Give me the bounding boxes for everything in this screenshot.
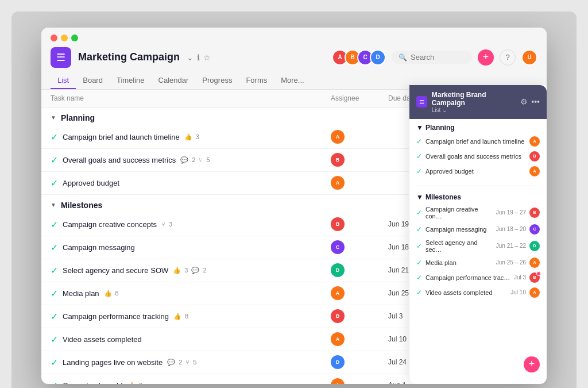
panel-divider	[416, 186, 540, 186]
panel-header: ☰ Marketing Brand Campaign List ⌄ ⚙ •••	[409, 90, 547, 119]
panel-subtitle: List ⌄	[432, 107, 516, 113]
titlebar: ☰ Marketing Campaign ⌄ ℹ ☆ A B C D 🔍	[41, 28, 547, 90]
section-arrow-planning: ▼	[51, 114, 56, 121]
check-icon: ✓	[51, 242, 58, 253]
panel-settings-icon[interactable]: ⚙	[520, 97, 528, 106]
close-button[interactable]	[51, 34, 57, 41]
panel-task-name: Campaign performance trac…	[425, 274, 510, 281]
panel-task-check: ✓	[416, 259, 422, 267]
panel-more-icon[interactable]: •••	[531, 97, 540, 106]
panel-add-button[interactable]: +	[524, 356, 540, 372]
subtask-icon: ⑂	[185, 359, 189, 366]
panel-actions: ⚙ •••	[520, 97, 540, 106]
panel-task[interactable]: ✓ Approved budget A	[416, 164, 540, 179]
task-meta: 👍3	[184, 133, 199, 141]
assignee-cell: A	[331, 176, 388, 190]
avatar: D	[370, 49, 386, 66]
task-name: ✓ Select agency and secure SOW 👍3 💬2	[51, 265, 331, 276]
panel-task[interactable]: ✓ Select agency and sec… Jun 21 – 22 D	[416, 237, 540, 255]
task-name: ✓ Approved budget	[51, 178, 331, 189]
check-icon: ✓	[51, 380, 58, 384]
assignee-avatar: A	[331, 286, 345, 300]
info-icon[interactable]: ℹ	[197, 53, 200, 62]
assignee-cell: A	[331, 286, 388, 300]
assignee-cell: B	[331, 217, 388, 231]
panel-task[interactable]: ✓ Campaign messaging Jun 18 – 20 C	[416, 222, 540, 237]
task-label: Campaign brief and launch timeline	[63, 133, 180, 141]
minimize-button[interactable]	[61, 34, 68, 41]
panel-task[interactable]: ✓ Campaign creative con… Jun 19 – 27 B	[416, 203, 540, 222]
tab-board[interactable]: Board	[76, 72, 110, 89]
section-title-milestones: Milestones	[61, 201, 102, 210]
assignee-avatar: C	[331, 240, 345, 254]
panel-task[interactable]: ✓ Overall goals and success metrics B	[416, 149, 540, 164]
search-input[interactable]	[411, 53, 465, 62]
panel-task-avatar: B	[529, 272, 540, 283]
assignee-cell: B	[331, 309, 388, 323]
add-button[interactable]: +	[478, 49, 494, 66]
panel-task-name: Media plan	[425, 259, 493, 266]
assignee-avatar: D	[331, 355, 345, 369]
subtask-icon: ⑂	[161, 221, 165, 228]
panel-section-title: ▼ Milestones	[416, 193, 540, 201]
task-meta: 👍8	[104, 290, 119, 297]
assignee-avatar: B	[331, 217, 345, 231]
section-title-planning: Planning	[61, 113, 95, 122]
app-header: ☰ Marketing Campaign ⌄ ℹ ☆ A B C D 🔍	[51, 47, 537, 68]
panel-icon: ☰	[416, 96, 427, 107]
check-icon: ✓	[51, 155, 58, 166]
tab-forms[interactable]: Forms	[239, 72, 274, 89]
assignee-cell: D	[331, 355, 388, 369]
assignee-avatar: A	[331, 332, 345, 346]
panel-section-arrow: ▼	[416, 124, 423, 132]
help-button[interactable]: ?	[500, 49, 516, 66]
task-meta: 👍3 💬2	[173, 267, 206, 274]
task-label: Video assets completed	[63, 335, 142, 344]
panel-task-name: Campaign messaging	[425, 226, 493, 233]
maximize-button[interactable]	[71, 34, 78, 41]
panel-section-arrow: ▼	[416, 193, 423, 201]
task-label: Landing pages live on website	[63, 358, 163, 367]
star-icon[interactable]: ☆	[203, 53, 211, 62]
panel-task-name: Video assets completed	[425, 289, 507, 296]
task-meta: 👍8	[127, 382, 142, 384]
panel-task[interactable]: ✓ Campaign brief and launch timeline A	[416, 134, 540, 149]
comment-icon: 💬	[167, 359, 175, 366]
task-name: ✓ Campaign performance tracking 👍8	[51, 311, 331, 322]
assignee-avatar: B	[331, 153, 345, 167]
task-name: ✓ Campaign launch! 👍8	[51, 380, 331, 384]
task-meta: 💬2 ⑂5	[180, 156, 210, 164]
dropdown-icon[interactable]: ⌄	[187, 53, 194, 62]
panel-task[interactable]: ✓ Media plan Jun 25 – 26 A	[416, 255, 540, 270]
panel-task-avatar: B	[529, 208, 540, 218]
search-icon: 🔍	[399, 53, 407, 62]
task-meta: 👍8	[173, 313, 188, 320]
task-meta: 💬2 ⑂5	[167, 359, 196, 366]
check-icon: ✓	[51, 311, 58, 322]
panel-task-date: Jun 18 – 20	[496, 226, 526, 232]
panel-task-check: ✓	[416, 209, 422, 217]
search-bar[interactable]: 🔍	[392, 51, 472, 64]
panel-task-name: Approved budget	[425, 168, 526, 175]
tab-timeline[interactable]: Timeline	[110, 72, 152, 89]
panel-task[interactable]: ✓ Video assets completed Jul 10 A	[416, 285, 540, 300]
assignee-cell: A	[331, 378, 388, 384]
task-label: Campaign performance tracking	[63, 312, 169, 321]
check-icon: ✓	[51, 178, 58, 189]
col-assignee: Assignee	[331, 94, 388, 102]
col-task-name: Task name	[51, 94, 331, 102]
panel-task[interactable]: ✓ Campaign performance trac… Jul 3 B	[416, 270, 540, 285]
desktop: ☰ Marketing Campaign ⌄ ℹ ☆ A B C D 🔍	[11, 11, 577, 388]
traffic-lights	[51, 34, 537, 41]
tab-calendar[interactable]: Calendar	[152, 72, 196, 89]
panel-task-avatar: A	[529, 287, 540, 298]
user-avatar[interactable]: U	[521, 49, 537, 66]
panel-section-label: Milestones	[425, 193, 461, 201]
check-icon: ✓	[51, 132, 58, 143]
title-icons: ⌄ ℹ ☆	[187, 53, 211, 62]
tab-list[interactable]: List	[51, 72, 76, 89]
thumbs-up-icon: 👍	[173, 267, 181, 274]
tab-more[interactable]: More...	[274, 72, 311, 89]
panel-task-check: ✓	[416, 225, 422, 233]
tab-progress[interactable]: Progress	[195, 72, 239, 89]
